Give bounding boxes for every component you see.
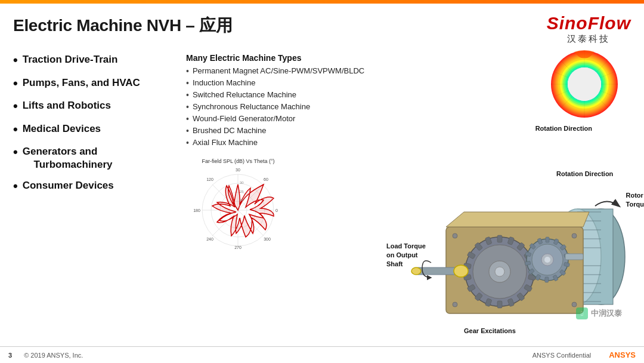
bullet-generators: Generators and Turbomachinery	[13, 145, 174, 171]
machine-item-3: Synchronous Reluctance Machine	[186, 102, 365, 112]
svg-point-44	[453, 233, 457, 238]
svg-text:25: 25	[240, 190, 244, 193]
svg-rect-59	[497, 301, 502, 308]
svg-rect-72	[546, 237, 549, 242]
svg-text:300: 300	[264, 237, 271, 241]
confidential-label: ANSYS Confidential	[532, 352, 591, 359]
copyright: © 2019 ANSYS, Inc.	[24, 352, 83, 359]
svg-text:0: 0	[275, 208, 278, 213]
rotation-direction-label: Rotation Direction	[535, 125, 592, 132]
svg-point-45	[453, 302, 457, 307]
machine-list: Permanent Magnet AC/Sine-PWM/SVPWM/BLDC …	[186, 66, 365, 150]
annotation-gear-excitations: Gear Excitations	[464, 327, 516, 334]
machine-item-6: Axial Flux Machine	[186, 138, 365, 147]
slide-title: Electric Machine NVH – 应用	[13, 14, 233, 37]
watermark-text: 中润汉泰	[591, 308, 622, 319]
logo-sino: Sino	[547, 13, 588, 33]
svg-rect-50	[497, 235, 502, 242]
thermal-ring-image	[538, 47, 631, 122]
annotation-load-torque: Load Torqueon OutputShaft	[386, 242, 440, 269]
watermark:  中润汉泰	[576, 307, 622, 319]
svg-point-69	[495, 267, 504, 276]
logo-area: SinoFlow 汉泰科技	[547, 14, 631, 45]
svg-text:270: 270	[234, 245, 242, 250]
svg-point-87	[544, 257, 550, 263]
logo-subtitle: 汉泰科技	[547, 33, 631, 45]
svg-rect-82	[525, 261, 531, 265]
polar-plot-title: Far-field SPL (dB) Vs Theta (°)	[186, 158, 290, 164]
machine-item-1: Induction Machine	[186, 78, 365, 88]
svg-text:180: 180	[193, 208, 200, 213]
svg-text:30: 30	[236, 168, 240, 172]
machine-item-5: Brushed DC Machine	[186, 126, 365, 136]
svg-point-90	[454, 265, 468, 277]
polar-plot: Far-field SPL (dB) Vs Theta (°) 30	[186, 158, 290, 251]
annotation-rotation: Rotation Direction	[556, 170, 613, 177]
svg-rect-91	[565, 254, 583, 260]
svg-text:30: 30	[240, 181, 244, 184]
machine-types-header: Many Electric Machine Types	[186, 53, 365, 63]
left-column: Traction Drive-Train Pumps, Fans, and HV…	[13, 53, 180, 340]
svg-text:120: 120	[206, 177, 213, 182]
right-column: Rotation Direction Load Torqueon OutputS…	[371, 53, 631, 340]
svg-rect-79	[545, 277, 549, 282]
svg-point-29	[568, 67, 601, 101]
svg-point-47	[572, 302, 577, 307]
bullet-lifts: Lifts and Robotics	[13, 99, 174, 115]
machine-item-4: Wound-Field Generator/Motor	[186, 114, 365, 124]
bullet-list: Traction Drive-Train Pumps, Fans, and HV…	[13, 53, 174, 195]
wechat-icon: 	[576, 307, 588, 319]
bullet-pumps: Pumps, Fans, and HVAC	[13, 76, 174, 93]
svg-text:240: 240	[206, 237, 213, 241]
svg-text:60: 60	[264, 177, 268, 182]
slide-body: Traction Drive-Train Pumps, Fans, and HV…	[13, 53, 631, 340]
brand-label: ANSYS	[609, 350, 636, 359]
slide-number: 3	[8, 352, 12, 359]
machine-item-2: Switched Reluctance Machine	[186, 90, 365, 100]
svg-text:20: 20	[240, 198, 244, 202]
polar-plot-svg: 30 270 0 180 60 120 300 240 20 25 30	[186, 165, 290, 252]
sinoflow-logo: SinoFlow	[547, 14, 631, 32]
slide-content: Electric Machine NVH – 应用 SinoFlow 汉泰科技 …	[0, 4, 644, 346]
thermal-ring-svg	[538, 47, 631, 122]
bottom-bar: 3 © 2019 ANSYS, Inc. ANSYS Confidential …	[0, 346, 644, 363]
svg-point-46	[572, 233, 577, 238]
machine-item-0: Permanent Magnet AC/Sine-PWM/SVPWM/BLDC	[186, 66, 365, 76]
logo-flow: Flow	[588, 13, 631, 33]
bullet-traction: Traction Drive-Train	[13, 53, 174, 69]
slide-header: Electric Machine NVH – 应用 SinoFlow 汉泰科技	[13, 14, 631, 45]
svg-point-89	[411, 267, 421, 275]
annotation-rotor-torque: RotorTorque	[626, 191, 644, 209]
middle-column: Many Electric Machine Types Permanent Ma…	[180, 53, 371, 340]
bullet-consumer: Consumer Devices	[13, 179, 174, 195]
bullet-medical: Medical Devices	[13, 122, 174, 139]
